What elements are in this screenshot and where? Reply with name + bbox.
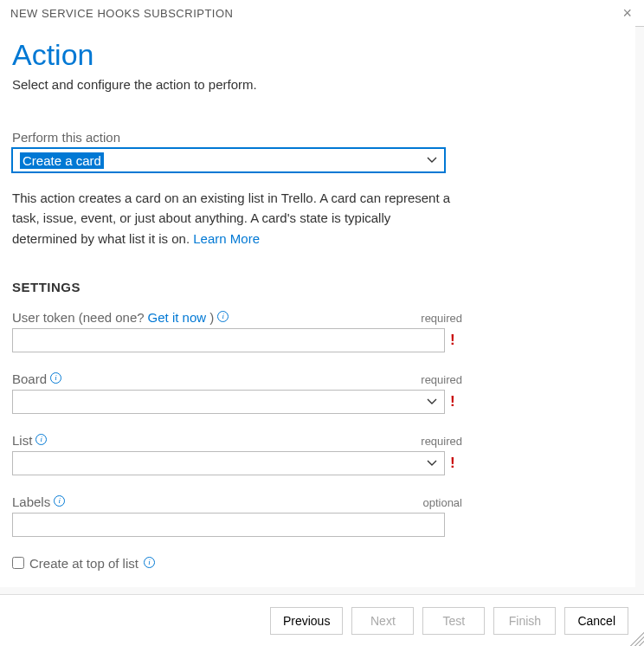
error-icon: ! [450,393,455,410]
board-select[interactable] [12,390,445,414]
info-icon[interactable]: i [217,311,229,322]
action-label: Perform this action [12,130,623,145]
action-selected-value: Create a card [20,152,104,169]
info-icon[interactable]: i [50,372,61,384]
finish-button[interactable]: Finish [493,607,556,635]
dialog-title: NEW SERVICE HOOKS SUBSCRIPTION [10,7,233,20]
resize-grip[interactable] [630,632,644,646]
dialog-header: NEW SERVICE HOOKS SUBSCRIPTION × [0,0,644,27]
list-select[interactable] [12,451,445,475]
action-description: This action creates a card on an existin… [12,188,454,249]
create-top-checkbox[interactable] [12,557,24,569]
next-button[interactable]: Next [351,607,414,635]
info-icon[interactable]: i [54,495,65,507]
user-token-row: User token (need one? Get it now) i requ… [12,310,462,352]
labels-label: Labels i [12,494,65,509]
user-token-requirement: required [421,312,462,325]
learn-more-link[interactable]: Learn More [193,231,260,246]
board-label: Board i [12,371,61,386]
board-row: Board i required ! [12,371,462,414]
list-row: List i required ! [12,433,462,475]
list-label: List i [12,433,47,448]
user-token-label: User token (need one? Get it now) i [12,310,229,325]
list-requirement: required [421,435,462,448]
dialog-body[interactable]: Action Select and configure the action t… [0,26,635,587]
board-requirement: required [421,373,462,386]
labels-input[interactable] [12,513,445,537]
error-icon: ! [450,332,455,349]
create-top-label: Create at top of list [29,556,138,571]
close-icon[interactable]: × [619,5,635,21]
info-icon[interactable]: i [35,434,47,445]
labels-row: Labels i optional [12,494,462,537]
page-heading: Action [12,38,623,72]
error-icon: ! [450,455,455,472]
info-icon[interactable]: i [144,557,155,568]
cancel-button[interactable]: Cancel [564,607,628,635]
page-subtitle: Select and configure the action to perfo… [12,77,623,92]
labels-requirement: optional [422,496,462,509]
settings-heading: SETTINGS [12,280,623,294]
user-token-input[interactable] [12,328,445,352]
previous-button[interactable]: Previous [270,607,343,635]
get-it-now-link[interactable]: Get it now [148,310,207,325]
test-button[interactable]: Test [422,607,485,635]
action-select[interactable]: Create a card [12,148,445,172]
dialog-footer: Previous Next Test Finish Cancel [0,594,644,646]
create-top-row[interactable]: Create at top of list i [12,556,623,571]
